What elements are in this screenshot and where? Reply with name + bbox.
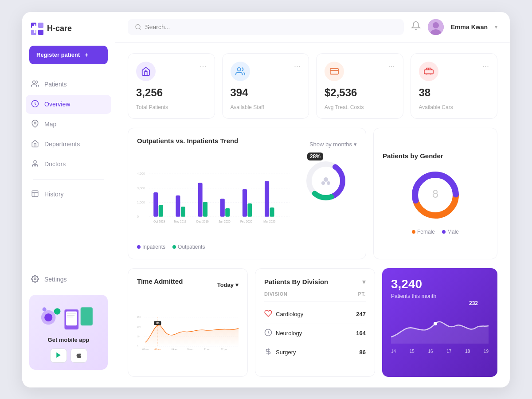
svg-text:12 pm: 12 pm [221, 348, 227, 350]
patients-stat-icon [136, 62, 156, 81]
svg-rect-56 [243, 189, 247, 216]
time-filter-dropdown[interactable]: Today ▾ [217, 282, 239, 288]
bell-icon[interactable] [411, 21, 421, 33]
division-row-cardiology: Cardiology 247 [264, 305, 366, 324]
outpatients-dot [172, 245, 176, 249]
svg-rect-54 [220, 199, 225, 217]
time-admitted-title: Time Admitted [137, 278, 183, 285]
svg-text:Jan 2020: Jan 2020 [219, 219, 231, 223]
monthly-value: 3,240 [391, 277, 489, 291]
content-area: ··· 3,256 Total Patients ··· 394 Availab… [115, 43, 510, 387]
svg-marker-26 [56, 352, 60, 358]
stat-label-patients: Total Patients [136, 104, 207, 110]
svg-rect-59 [270, 207, 274, 217]
map-icon [31, 120, 39, 129]
division-row-neurology: Neurology 164 [264, 324, 366, 343]
register-patient-button[interactable]: Register patient ＋ [29, 46, 108, 64]
purple-line-chart [391, 308, 489, 344]
stat-card-header-4: ··· [419, 62, 489, 81]
division-filter-icon[interactable]: ▾ [362, 278, 366, 286]
sidebar-item-map[interactable]: Map [26, 115, 111, 134]
stat-dots-1[interactable]: ··· [200, 62, 206, 71]
stat-card-cars: ··· 38 Available Cars [411, 53, 498, 119]
logo-text: H-care [47, 24, 72, 33]
chevron-icon: ▾ [354, 141, 357, 148]
show-by-dropdown[interactable]: Show by months ▾ [309, 141, 357, 148]
user-name[interactable]: Emma Kwan [451, 23, 488, 31]
settings-icon [31, 275, 39, 284]
cardiology-icon [264, 309, 272, 319]
stat-card-costs: ··· $2,536 Avg Treat. Costs [316, 53, 403, 119]
app-store-button[interactable] [70, 348, 87, 363]
sidebar-item-history[interactable]: History [26, 185, 111, 204]
neurology-icon [264, 329, 272, 338]
svg-text:50: 50 [137, 335, 140, 337]
chevron-down-icon: ▾ [495, 24, 497, 30]
gender-donut-wrap [409, 168, 462, 222]
avatar [428, 19, 444, 35]
gender-icon [430, 188, 441, 202]
sidebar-item-settings[interactable]: Settings [22, 271, 115, 288]
departments-icon [31, 140, 39, 149]
stat-card-staff: ··· 394 Available Staff [222, 53, 309, 119]
stat-dots-3[interactable]: ··· [388, 62, 395, 71]
svg-rect-4 [34, 24, 35, 33]
division-name-cardiology: Cardiology [264, 309, 303, 319]
svg-text:10 am: 10 am [187, 348, 193, 350]
svg-rect-55 [225, 208, 230, 216]
stat-value-staff: 394 [231, 86, 301, 99]
stat-dots-4[interactable]: ··· [482, 62, 489, 71]
svg-point-6 [33, 81, 35, 83]
legend-female: Female [412, 229, 435, 235]
main-content: Emma Kwan ▾ ··· 3,256 Total Patients [115, 12, 510, 387]
surgery-icon [264, 348, 272, 357]
staff-stat-icon [231, 62, 250, 81]
sidebar: H-care Register patient ＋ Patients Overv… [22, 12, 115, 387]
logo: H-care [22, 23, 115, 46]
trend-chart-card: Outpatients vs. Inpatients Trend Show by… [128, 128, 366, 259]
stat-dots-2[interactable]: ··· [294, 62, 301, 71]
google-play-button[interactable] [50, 348, 67, 363]
time-admitted-header: Time Admitted Today ▾ [137, 278, 239, 292]
bar-chart-legend: Inpatients Outpatients [137, 244, 289, 250]
bottom-row: Time Admitted Today ▾ 150 100 50 0 [128, 268, 497, 377]
patients-icon [31, 80, 39, 89]
monthly-label: Patients this month [391, 293, 489, 299]
svg-text:08 am: 08 am [155, 348, 161, 350]
logo-icon [31, 23, 43, 35]
svg-point-71 [321, 181, 325, 185]
division-row-surgery: Surgery 86 [264, 343, 366, 362]
time-admitted-card: Time Admitted Today ▾ 150 100 50 0 [128, 268, 248, 377]
search-input[interactable] [145, 23, 396, 31]
svg-text:Dec 2019: Dec 2019 [196, 219, 209, 223]
stat-card-patients: ··· 3,256 Total Patients [128, 53, 215, 119]
donut-percent-label: 28% [307, 153, 323, 160]
sidebar-item-departments[interactable]: Departments [26, 135, 111, 154]
female-dot [412, 230, 415, 234]
gender-legend: Female Male [412, 229, 459, 235]
svg-text:Nov 2019: Nov 2019 [174, 219, 187, 223]
stat-value-patients: 3,256 [136, 86, 207, 99]
stat-card-header: ··· [136, 62, 207, 81]
svg-text:07 am: 07 am [142, 348, 149, 350]
sidebar-item-patients[interactable]: Patients [26, 75, 111, 94]
sidebar-item-doctors[interactable]: Doctors [26, 155, 111, 174]
middle-row: Outpatients vs. Inpatients Trend Show by… [128, 128, 497, 259]
mobile-app-text: Get mobile app [36, 336, 101, 343]
patients-division-card: Patients By Division ▾ DIVISION PT. [255, 268, 375, 377]
purple-x-axis: 14 15 16 17 18 19 [391, 349, 489, 354]
stat-value-costs: $2,536 [325, 86, 395, 99]
svg-text:1,500: 1,500 [137, 200, 145, 204]
purple-chart-wrap: 232 [391, 308, 489, 345]
svg-rect-53 [203, 202, 207, 217]
svg-rect-57 [247, 203, 252, 216]
bar-chart: 4,500 3,000 1,500 0 [137, 159, 289, 239]
svg-point-70 [324, 177, 328, 182]
inpatients-dot [137, 245, 141, 249]
header-right: Emma Kwan ▾ [411, 19, 497, 35]
sidebar-item-overview[interactable]: Overview [26, 95, 111, 114]
division-name-surgery: Surgery [264, 348, 296, 357]
svg-point-15 [34, 278, 36, 280]
division-table: DIVISION PT. Cardiology 247 [264, 291, 366, 362]
trend-chart-title: Outpatients vs. Inpatients Trend [137, 137, 238, 145]
